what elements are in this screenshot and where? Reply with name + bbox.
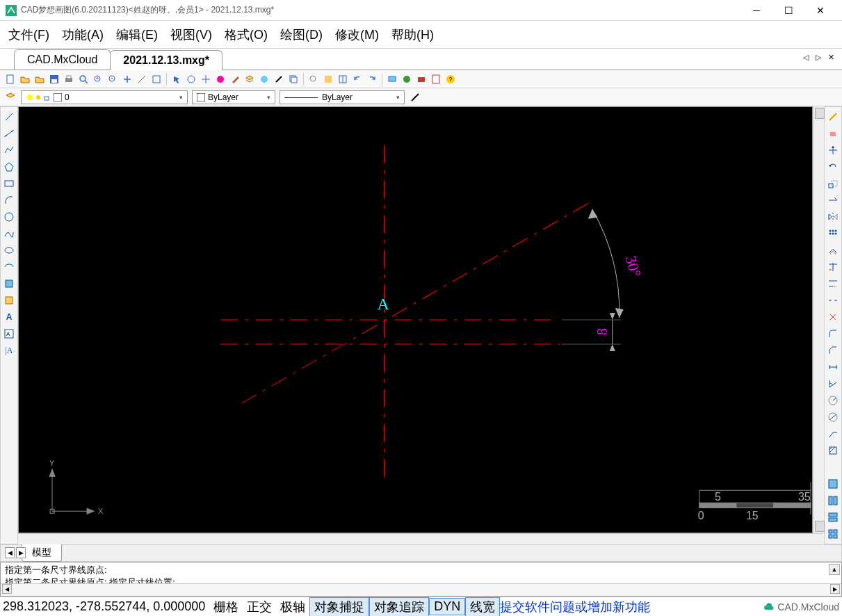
ellipse-icon[interactable] [2,243,16,257]
dim-angular-icon[interactable] [826,377,840,391]
dim-radius-icon[interactable] [826,394,840,407]
properties-icon[interactable] [322,73,334,86]
crosshair-icon[interactable] [200,73,212,86]
print-icon[interactable] [63,73,75,86]
table-icon[interactable] [337,73,349,86]
minimize-button[interactable]: ─ [740,0,772,21]
open-cloud-icon[interactable] [33,73,46,86]
tab-scroll-left-icon[interactable]: ◀ [5,547,15,558]
pdf-icon[interactable] [430,73,442,86]
camera-icon[interactable] [415,73,428,86]
polygon-icon[interactable] [2,160,16,174]
array-icon[interactable] [826,227,840,241]
zoom-window-icon[interactable] [150,73,163,86]
ellipse-arc-icon[interactable] [2,260,16,274]
menu-file[interactable]: 文件(F) [8,26,49,43]
mtext-icon[interactable]: A [2,327,16,341]
horizontal-scrollbar[interactable] [18,533,824,544]
polar-toggle[interactable]: 极轴 [276,598,309,616]
menu-edit[interactable]: 编辑(E) [116,26,158,43]
dim-icon[interactable] [826,360,840,374]
rectangle-icon[interactable] [2,177,16,191]
xline-icon[interactable] [2,127,16,140]
otrack-toggle[interactable]: 对象追踪 [369,597,429,617]
win-tile3-icon[interactable] [826,510,840,524]
maximize-button[interactable]: ☐ [772,0,804,21]
win-tile2-icon[interactable] [826,494,840,508]
globe-icon[interactable] [400,73,413,86]
save-icon[interactable] [48,73,60,86]
spline-icon[interactable] [2,227,16,241]
new-icon[interactable] [4,73,17,86]
line-icon[interactable] [2,110,16,124]
explode-icon[interactable] [826,310,840,324]
ortho-toggle[interactable]: 正交 [243,598,276,616]
osnap-toggle[interactable]: 对象捕捉 [309,597,369,617]
undo-icon[interactable] [351,73,364,86]
color-icon[interactable] [214,73,227,86]
find-icon[interactable] [307,73,320,86]
move-icon[interactable] [826,143,840,157]
match-prop-icon[interactable] [409,91,421,104]
mirror-icon[interactable] [826,210,840,224]
extend-icon[interactable] [826,277,840,291]
arc-icon[interactable] [2,193,16,207]
linetype-select[interactable]: ———— ByLayer ▾ [280,90,405,104]
dyn-toggle[interactable]: DYN [429,598,465,615]
offset-icon[interactable] [826,243,840,257]
close-button[interactable]: ✕ [804,0,836,21]
freeze-icon[interactable] [258,73,270,86]
edit-icon[interactable] [826,110,840,124]
tab-prev-icon[interactable]: ◁ [801,53,811,62]
color-select[interactable]: ByLayer ▾ [192,90,275,104]
help-icon[interactable]: ? [444,73,457,86]
tab-model[interactable]: 模型 [22,544,62,562]
zoom-icon[interactable] [77,73,90,86]
dim-diameter-icon[interactable] [826,410,840,424]
layer-manager-icon[interactable] [4,91,17,104]
grid-toggle[interactable]: 栅格 [209,598,243,616]
open-icon[interactable] [19,73,31,86]
tab-current[interactable]: 2021.12.13.mxg* [110,50,222,70]
measure-icon[interactable] [136,73,148,86]
chamfer-icon[interactable] [826,343,840,357]
highlight-icon[interactable] [273,73,285,86]
vertical-scrollbar[interactable] [813,106,824,533]
menu-help[interactable]: 帮助(H) [391,26,434,43]
cmd-scroll-up-icon[interactable]: ▲ [829,564,840,575]
fillet-icon[interactable] [826,327,840,341]
lineweight-toggle[interactable]: 线宽 [465,597,500,617]
text-icon[interactable]: A [2,310,16,324]
leader-icon[interactable] [826,427,840,441]
stretch-icon[interactable] [826,193,840,207]
scale-icon[interactable] [826,177,840,191]
pan-icon[interactable] [121,73,133,86]
regen-icon[interactable] [185,73,197,86]
insert-block-icon[interactable] [2,277,16,291]
erase-icon[interactable] [826,127,840,140]
win-tile4-icon[interactable] [826,527,840,541]
circle-icon[interactable] [2,210,16,224]
hatch-icon[interactable] [826,444,840,457]
make-block-icon[interactable] [2,293,16,307]
redo-icon[interactable] [366,73,378,86]
menu-view[interactable]: 视图(V) [170,26,212,43]
layer-select[interactable]: 0 ▾ [21,90,188,104]
trim-icon[interactable] [826,260,840,274]
polyline-icon[interactable] [2,143,16,157]
tab-close-icon[interactable]: ✕ [826,53,836,62]
zoom-out-icon[interactable]: − [106,73,119,86]
select-icon[interactable] [170,73,183,86]
drawing-canvas[interactable]: A 30° 8 [18,106,813,533]
win-tile1-icon[interactable] [826,477,840,491]
tab-next-icon[interactable]: ▷ [813,53,823,62]
tab-scroll-right-icon[interactable]: ▶ [16,547,26,558]
rotate-icon[interactable] [826,160,840,174]
menu-modify[interactable]: 修改(M) [335,26,379,43]
feedback-link[interactable]: 提交软件问题或增加新功能 [500,599,650,615]
command-history[interactable]: 指定第一条尺寸界线原点: 指定第二条尺寸界线原点: 指定尺寸线位置: [1,562,841,583]
layers-icon[interactable] [243,73,256,86]
tab-cloud[interactable]: CAD.MxCloud [14,49,111,70]
cmd-scroll-left-icon[interactable]: ◀ [2,584,12,594]
menu-draw[interactable]: 绘图(D) [280,26,323,43]
